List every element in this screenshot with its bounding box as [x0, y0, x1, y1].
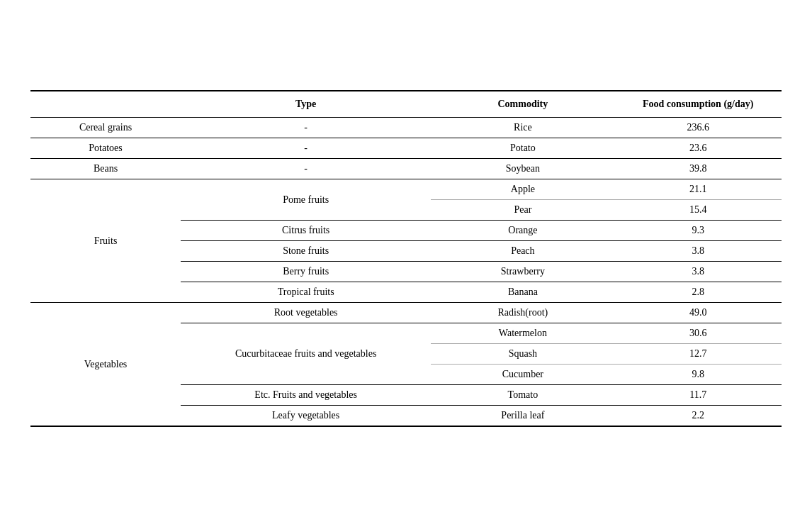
consumption-cell: 12.7 — [614, 344, 782, 365]
commodity-cell: Pear — [431, 200, 614, 221]
commodity-cell: Squash — [431, 344, 614, 365]
commodity-cell: Perilla leaf — [431, 406, 614, 427]
table-row: Potatoes-Potato23.6 — [30, 138, 782, 159]
data-table: Type Commodity Food consumption (g/day) … — [30, 90, 782, 427]
group-cell: Beans — [30, 159, 181, 179]
type-cell: - — [181, 138, 431, 159]
consumption-cell: 39.8 — [614, 159, 782, 179]
consumption-cell: 2.2 — [614, 406, 782, 427]
type-cell: Cucurbitaceae fruits and vegetables — [181, 323, 431, 385]
commodity-cell: Strawberry — [431, 262, 614, 282]
commodity-cell: Rice — [431, 118, 614, 138]
group-cell: Fruits — [30, 179, 181, 303]
header-type: Type — [181, 91, 431, 118]
header-consumption: Food consumption (g/day) — [614, 91, 782, 118]
commodity-cell: Banana — [431, 282, 614, 303]
commodity-cell: Potato — [431, 138, 614, 159]
consumption-cell: 3.8 — [614, 241, 782, 262]
group-cell: Vegetables — [30, 303, 181, 427]
type-cell: Stone fruits — [181, 241, 431, 262]
consumption-cell: 21.1 — [614, 179, 782, 200]
commodity-cell: Cucumber — [431, 365, 614, 385]
header-commodity: Commodity — [431, 91, 614, 118]
type-cell: Etc. Fruits and vegetables — [181, 385, 431, 406]
commodity-cell: Watermelon — [431, 323, 614, 344]
table-row: VegetablesRoot vegetablesRadish(root)49.… — [30, 303, 782, 323]
type-cell: Tropical fruits — [181, 282, 431, 303]
commodity-cell: Peach — [431, 241, 614, 262]
table-container: Type Commodity Food consumption (g/day) … — [30, 90, 782, 427]
type-cell: - — [181, 159, 431, 179]
consumption-cell: 2.8 — [614, 282, 782, 303]
type-cell: Root vegetables — [181, 303, 431, 323]
type-cell: Berry fruits — [181, 262, 431, 282]
consumption-cell: 9.8 — [614, 365, 782, 385]
table-row: Beans-Soybean39.8 — [30, 159, 782, 179]
group-cell: Cereal grains — [30, 118, 181, 138]
table-row: Cereal grains-Rice236.6 — [30, 118, 782, 138]
type-cell: Leafy vegetables — [181, 406, 431, 427]
group-cell: Potatoes — [30, 138, 181, 159]
consumption-cell: 23.6 — [614, 138, 782, 159]
header-row: Type Commodity Food consumption (g/day) — [30, 91, 782, 118]
consumption-cell: 30.6 — [614, 323, 782, 344]
consumption-cell: 3.8 — [614, 262, 782, 282]
header-group — [30, 91, 181, 118]
consumption-cell: 236.6 — [614, 118, 782, 138]
consumption-cell: 11.7 — [614, 385, 782, 406]
commodity-cell: Orange — [431, 221, 614, 241]
type-cell: - — [181, 118, 431, 138]
commodity-cell: Apple — [431, 179, 614, 200]
commodity-cell: Radish(root) — [431, 303, 614, 323]
type-cell: Pome fruits — [181, 179, 431, 221]
commodity-cell: Tomato — [431, 385, 614, 406]
table-row: FruitsPome fruitsApple21.1 — [30, 179, 782, 200]
consumption-cell: 15.4 — [614, 200, 782, 221]
consumption-cell: 9.3 — [614, 221, 782, 241]
commodity-cell: Soybean — [431, 159, 614, 179]
type-cell: Citrus fruits — [181, 221, 431, 241]
consumption-cell: 49.0 — [614, 303, 782, 323]
